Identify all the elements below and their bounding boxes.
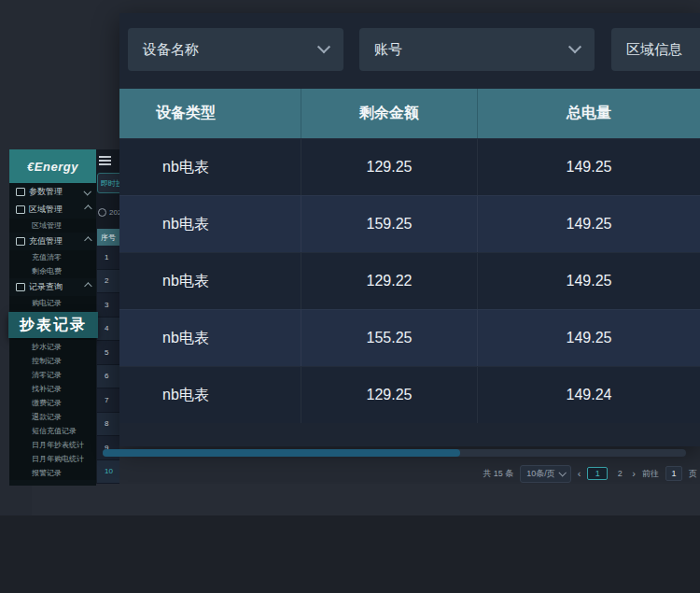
meter-table: 设备类型 剩余金额 总电量 nb电表 129.25 149.25 nb电表 15… — [119, 89, 700, 423]
cell-remaining-amount: 129.25 — [301, 367, 477, 423]
column-header-device-type: 设备类型 — [119, 89, 301, 138]
column-header-remaining-amount: 剩余金额 — [301, 89, 477, 138]
app-logo-text: €Energy — [27, 160, 78, 174]
serial-column: 序号 1 2 3 4 5 6 7 8 9 10 — [97, 229, 119, 484]
chevron-down-icon — [317, 40, 330, 53]
select-placeholder: 设备名称 — [143, 41, 199, 59]
instant-reading-label: 即时抄表 — [101, 178, 119, 189]
select-placeholder: 账号 — [374, 41, 402, 59]
table-row[interactable]: nb电表 129.25 149.25 — [119, 138, 700, 195]
table-row[interactable]: nb电表 129.22 149.25 — [119, 252, 700, 309]
serial-column-header: 序号 — [97, 229, 119, 246]
instant-reading-button[interactable]: 即时抄表 — [97, 173, 119, 193]
cell-device-type: nb电表 — [119, 139, 301, 195]
page-1-button[interactable]: 1 — [587, 467, 608, 480]
sidebar-item-remaining-fee[interactable]: 剩余电费 — [9, 264, 96, 278]
wrench-icon — [16, 188, 25, 196]
page-2-button[interactable]: 2 — [614, 469, 625, 478]
sidebar-group-recharge[interactable]: 充值管理 — [9, 233, 96, 250]
chevron-down-icon — [83, 188, 91, 195]
cell-device-type: nb电表 — [119, 367, 301, 423]
serial-cell: 4 — [97, 318, 119, 342]
prev-page-button[interactable]: ‹ — [578, 469, 581, 479]
serial-cell-current: 10 — [97, 460, 119, 485]
region-info-select[interactable]: 区域信息 — [611, 28, 700, 71]
sidebar-item-refund-records[interactable]: 退款记录 — [9, 410, 96, 424]
sidebar-group-parameters[interactable]: 参数管理 — [9, 183, 96, 201]
cell-remaining-amount: 129.25 — [301, 139, 477, 195]
sidebar-item-recharge-clear[interactable]: 充值清零 — [9, 250, 96, 264]
cell-total-power: 149.24 — [477, 367, 700, 423]
date-text: 202 — [109, 208, 119, 217]
sidebar-group-label: 充值管理 — [29, 235, 63, 247]
horizontal-scrollbar[interactable] — [103, 449, 686, 457]
table-row[interactable]: nb电表 159.25 149.25 — [119, 195, 700, 252]
sidebar-group-label: 参数管理 — [29, 186, 63, 198]
table-row[interactable]: nb电表 129.25 149.24 — [119, 366, 700, 423]
map-icon — [16, 205, 25, 214]
sidebar-group-label: 记录查询 — [29, 281, 63, 293]
clock-icon — [98, 208, 106, 217]
column-header-total-power: 总电量 — [477, 89, 700, 138]
sidebar: €Energy 参数管理 区域管理 区域管理 充值管理 充值清零 剩余电费 — [9, 149, 96, 486]
total-count-label: 共 15 条 — [483, 468, 513, 480]
sidebar-group-region[interactable]: 区域管理 — [9, 201, 96, 219]
goto-label: 前往 — [642, 468, 659, 480]
account-select[interactable]: 账号 — [359, 28, 595, 71]
card-icon — [16, 237, 25, 246]
sidebar-item-reading-statistics[interactable]: 日月年抄表统计 — [9, 438, 96, 452]
sidebar-item-clear-records[interactable]: 清零记录 — [9, 368, 96, 382]
hamburger-menu-icon[interactable] — [99, 156, 111, 167]
page-lower-band — [32, 484, 700, 515]
sidebar-item-alarm-records[interactable]: 报警记录 — [9, 466, 96, 480]
cell-device-type: nb电表 — [119, 310, 301, 366]
serial-cell: 1 — [97, 246, 119, 270]
serial-cell: 6 — [97, 365, 119, 389]
pagination: 共 15 条 10条/页 ‹ 1 2 › 前往 1 页 — [483, 465, 697, 482]
scrollbar-thumb[interactable] — [103, 449, 460, 457]
list-icon — [16, 283, 25, 291]
serial-cell: 8 — [97, 413, 119, 437]
sidebar-item-region-management[interactable]: 区域管理 — [9, 219, 96, 233]
sidebar-item-control-records[interactable]: 控制记录 — [9, 354, 96, 368]
sidebar-item-purchase-statistics[interactable]: 日月年购电统计 — [9, 452, 96, 466]
cell-device-type: nb电表 — [119, 253, 301, 309]
device-name-select[interactable]: 设备名称 — [128, 28, 343, 71]
cell-remaining-amount: 155.25 — [301, 310, 477, 366]
serial-cell: 3 — [97, 293, 119, 318]
table-header-row: 设备类型 剩余金额 总电量 — [119, 89, 700, 138]
app-logo: €Energy — [9, 149, 96, 183]
cell-total-power: 149.25 — [477, 139, 700, 195]
chevron-down-icon — [558, 469, 566, 476]
cell-total-power: 149.25 — [477, 196, 700, 252]
next-page-button[interactable]: › — [632, 469, 636, 479]
chevron-up-icon — [84, 236, 91, 244]
page-bottom-region — [0, 515, 700, 593]
page-unit-label: 页 — [689, 468, 697, 480]
cell-total-power: 149.25 — [477, 253, 700, 309]
background-content-strip: 即时抄表 202 序号 1 2 3 4 5 6 7 8 9 10 — [96, 149, 119, 484]
date-picker[interactable]: 202 — [98, 208, 119, 217]
cell-device-type: nb电表 — [119, 196, 301, 252]
serial-cell: 2 — [97, 270, 119, 294]
cell-remaining-amount: 129.22 — [301, 253, 477, 309]
goto-page-input[interactable]: 1 — [665, 466, 682, 481]
chevron-up-icon — [84, 205, 91, 212]
cell-remaining-amount: 159.25 — [301, 196, 477, 252]
magnifier-panel: 设备名称 账号 区域信息 设备类型 剩余金额 总电量 nb电表 129.25 1… — [119, 13, 700, 446]
sidebar-item-purchase-records[interactable]: 购电记录 — [9, 296, 96, 310]
sidebar-group-label: 区域管理 — [29, 204, 63, 216]
serial-cell: 7 — [97, 388, 119, 413]
sidebar-item-water-reading-records[interactable]: 抄水记录 — [9, 340, 96, 354]
sidebar-item-payment-records[interactable]: 缴费记录 — [9, 396, 96, 410]
sidebar-item-meter-reading-records-active[interactable]: 抄表记录 — [8, 312, 98, 338]
sidebar-group-records[interactable]: 记录查询 — [9, 278, 96, 296]
select-placeholder: 区域信息 — [626, 41, 682, 59]
table-row[interactable]: nb电表 155.25 149.25 — [119, 309, 700, 366]
sidebar-item-compensation-records[interactable]: 找补记录 — [9, 382, 96, 396]
cell-total-power: 149.25 — [477, 310, 700, 366]
sidebar-item-sms-recharge-records[interactable]: 短信充值记录 — [9, 424, 96, 438]
serial-cell: 5 — [97, 341, 119, 365]
page-size-select[interactable]: 10条/页 — [520, 465, 571, 483]
app-window: 即时抄表 202 序号 1 2 3 4 5 6 7 8 9 10 €Energy… — [0, 0, 700, 593]
